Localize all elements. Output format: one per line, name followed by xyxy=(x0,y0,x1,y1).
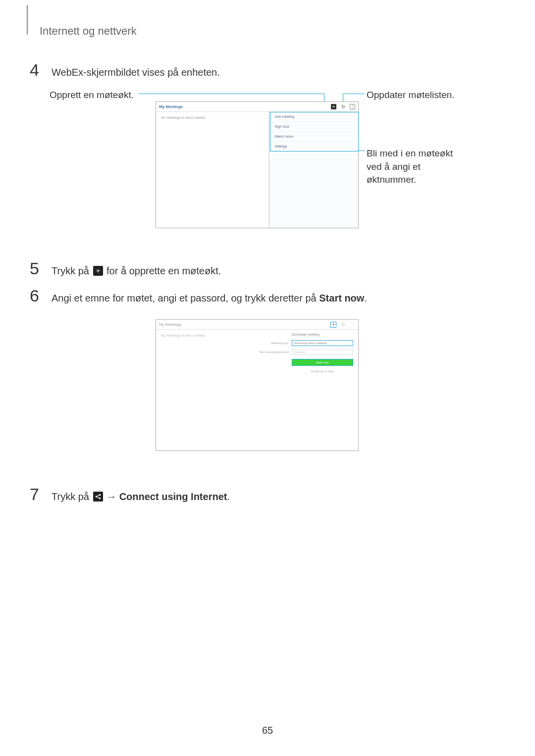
svg-point-1 xyxy=(99,494,100,495)
password-label: Set meeting password xyxy=(258,351,289,353)
text-fragment: . xyxy=(364,293,367,303)
header-rule xyxy=(27,5,28,35)
figure-1: Opprett en møteøkt. Oppdater møtelisten.… xyxy=(50,89,505,242)
more-icon[interactable]: ⋮ xyxy=(350,104,355,109)
step-number: 6 xyxy=(30,287,52,304)
topic-input[interactable]: Samsung Demo meeting xyxy=(292,340,353,346)
section-title: Internett og nettverk xyxy=(40,25,505,38)
refresh-icon[interactable]: ↻ xyxy=(340,322,346,327)
text-fragment: for å opprette en møteøkt. xyxy=(107,265,221,276)
step-7: 7 Trykk på → Connect using Internet. xyxy=(30,486,505,504)
step-number: 7 xyxy=(30,486,52,503)
schedule-panel: Schedule meeting Meeting topic Samsung D… xyxy=(253,330,358,451)
overflow-menu: Join meeting Sign host Watch video Setti… xyxy=(269,112,358,228)
step-4: 4 WebEx-skjermbildet vises på enheten. xyxy=(30,61,505,80)
app-title: My Meetings xyxy=(159,322,181,327)
plus-icon-outlined[interactable]: ＋ xyxy=(330,322,336,328)
callout-create-session: Opprett en møteøkt. xyxy=(50,89,134,102)
step-number: 5 xyxy=(30,260,52,277)
text-fragment: . xyxy=(227,491,230,502)
menu-item-settings[interactable]: Settings xyxy=(269,142,358,151)
screenshot-webex-main: My Meetings ＋ ↻ ⋮ No meetings in next 6 … xyxy=(156,101,359,228)
menu-item-signhost[interactable]: Sign host xyxy=(269,122,358,132)
menu-item-watchvideo[interactable]: Watch video xyxy=(269,132,358,142)
step-number: 4 xyxy=(30,61,52,78)
refresh-icon[interactable]: ↻ xyxy=(340,104,346,109)
svg-line-3 xyxy=(97,495,99,496)
step-text: Trykk på ＋ for å opprette en møteøkt. xyxy=(52,261,221,278)
text-fragment: Angi et emne for møtet, angi et passord,… xyxy=(52,293,319,303)
meeting-list-empty: No meetings in next 6 weeks xyxy=(156,330,253,451)
figure-2: My Meetings ＋ ↻ ⋮ No meetings in next 6 … xyxy=(50,319,505,466)
step-text: WebEx-skjermbildet vises på enheten. xyxy=(52,63,220,80)
callout-refresh-list: Oppdater møtelisten. xyxy=(367,89,454,102)
share-icon xyxy=(93,492,103,502)
page-number: 65 xyxy=(0,725,535,736)
app-topbar: My Meetings ＋ ↻ ⋮ xyxy=(156,102,358,112)
meeting-list-empty: No meetings in next 6 weeks xyxy=(156,112,269,228)
panel-heading: Schedule meeting xyxy=(292,333,353,336)
text-bold: Start now xyxy=(319,293,364,303)
more-icon[interactable]: ⋮ xyxy=(350,322,355,327)
callout-join-by-number: Bli med i en møteøkt ved å angi et øktnu… xyxy=(367,147,466,187)
leader-line xyxy=(139,94,324,94)
password-input[interactable]: Optional xyxy=(292,349,353,355)
text-fragment: Trykk på xyxy=(52,491,92,502)
topic-label: Meeting topic xyxy=(258,342,289,345)
schedule-later-link[interactable]: Schedule for later xyxy=(292,370,353,373)
leader-line xyxy=(343,94,365,94)
screenshot-webex-schedule: My Meetings ＋ ↻ ⋮ No meetings in next 6 … xyxy=(156,319,359,451)
plus-icon: ＋ xyxy=(93,266,103,276)
step-5: 5 Trykk på ＋ for å opprette en møteøkt. xyxy=(30,260,505,278)
svg-line-4 xyxy=(97,497,99,498)
svg-point-0 xyxy=(96,496,97,497)
menu-item-join[interactable]: Join meeting xyxy=(269,112,358,122)
app-topbar: My Meetings ＋ ↻ ⋮ xyxy=(156,320,358,330)
step-text: Angi et emne for møtet, angi et passord,… xyxy=(52,289,367,305)
leader-line xyxy=(359,151,365,151)
text-fragment: Trykk på xyxy=(52,265,92,276)
text-bold: Connect using Internet xyxy=(119,491,227,502)
step-text: Trykk på → Connect using Internet. xyxy=(52,487,230,504)
arrow-text: → xyxy=(107,491,119,502)
start-now-button[interactable]: Start now xyxy=(292,359,353,366)
app-title: My Meetings xyxy=(159,104,183,109)
svg-point-2 xyxy=(99,498,100,499)
plus-icon[interactable]: ＋ xyxy=(331,104,336,109)
step-6: 6 Angi et emne for møtet, angi et passor… xyxy=(30,287,505,305)
